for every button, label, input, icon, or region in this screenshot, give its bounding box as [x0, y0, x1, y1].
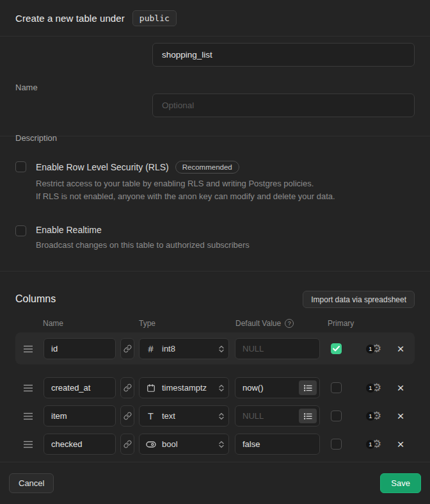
- dialog-title: Create a new table under: [15, 13, 125, 24]
- foreign-key-link-icon[interactable]: [120, 405, 134, 427]
- columns-heading: Columns: [15, 293, 56, 305]
- column-default-cell: [235, 377, 320, 398]
- suggestions-list-icon[interactable]: [299, 380, 317, 395]
- rls-label: Enable Row Level Security (RLS): [36, 162, 169, 172]
- settings-count-badge: 1: [366, 412, 375, 421]
- column-type-select[interactable]: T text: [139, 405, 229, 427]
- realtime-option: Enable Realtime Broadcast changes on thi…: [36, 225, 415, 252]
- column-type-label: bool: [162, 439, 223, 449]
- settings-count-badge: 1: [366, 384, 375, 393]
- columns-table-header: Name Type Default Value ? Primary: [0, 319, 430, 328]
- column-row: timestamptz 1 ⚙ ×: [15, 377, 415, 398]
- realtime-checkbox[interactable]: [15, 225, 26, 236]
- column-default-input[interactable]: [235, 338, 320, 359]
- drag-handle-icon[interactable]: [23, 384, 33, 393]
- header-default-value: Default Value ?: [235, 319, 294, 328]
- import-spreadsheet-button[interactable]: Import data via spreadsheet: [303, 291, 415, 308]
- primary-checkbox[interactable]: [331, 382, 342, 393]
- primary-checkbox[interactable]: [331, 439, 342, 450]
- primary-checkbox[interactable]: [331, 343, 342, 354]
- columns-section: Columns Import data via spreadsheet Name…: [0, 272, 430, 462]
- column-settings-button[interactable]: 1 ⚙: [366, 377, 381, 398]
- column-row: T text 1 ⚙ ×: [15, 405, 415, 427]
- foreign-key-link-icon[interactable]: [120, 434, 134, 455]
- column-type-label: text: [162, 411, 223, 421]
- table-name-input[interactable]: [152, 43, 415, 67]
- dialog-header: Create a new table under public: [0, 0, 430, 37]
- column-default-cell: [235, 338, 320, 359]
- column-type-label: int8: [162, 344, 223, 354]
- table-details-section: Name Description: [0, 37, 430, 136]
- remove-column-button[interactable]: ×: [393, 405, 408, 427]
- column-settings-button[interactable]: 1 ⚙: [366, 434, 381, 455]
- rls-description: Restrict access to your table by enablin…: [36, 177, 415, 203]
- drag-handle-icon[interactable]: [23, 440, 33, 449]
- cancel-button[interactable]: Cancel: [9, 473, 54, 493]
- column-type-select[interactable]: # int8: [139, 338, 229, 359]
- rls-option: Enable Row Level Security (RLS) Recommen…: [36, 161, 415, 203]
- column-default-cell: [235, 405, 320, 427]
- table-options-section: Enable Row Level Security (RLS) Recommen…: [0, 136, 430, 272]
- header-primary: Primary: [328, 319, 354, 328]
- table-description-input[interactable]: [152, 93, 415, 117]
- rls-description-line2: If RLS is not enabled, anyone with the a…: [36, 190, 415, 203]
- foreign-key-link-icon[interactable]: [120, 377, 134, 398]
- settings-count-badge: 1: [366, 440, 375, 449]
- chevron-up-down-icon: [218, 412, 225, 421]
- save-button[interactable]: Save: [380, 473, 421, 493]
- column-type-select[interactable]: timestamptz: [139, 377, 229, 398]
- header-type: Type: [139, 319, 155, 328]
- recommended-badge: Recommended: [175, 161, 239, 174]
- rls-checkbox[interactable]: [15, 161, 26, 172]
- suggestions-list-icon[interactable]: [299, 409, 317, 423]
- column-row: bool 1 ⚙ ×: [15, 434, 415, 455]
- dialog-footer: Cancel Save: [0, 462, 430, 503]
- primary-checkbox[interactable]: [331, 411, 342, 421]
- column-name-input[interactable]: [44, 434, 116, 455]
- column-type-select[interactable]: bool: [139, 434, 229, 455]
- column-settings-button[interactable]: 1 ⚙: [366, 338, 381, 359]
- schema-badge: public: [132, 10, 177, 26]
- settings-count-badge: 1: [366, 345, 375, 354]
- rls-description-line1: Restrict access to your table by enablin…: [36, 177, 415, 190]
- remove-column-button[interactable]: ×: [393, 434, 408, 455]
- remove-column-button[interactable]: ×: [393, 377, 408, 398]
- column-default-input[interactable]: [235, 434, 320, 455]
- column-name-input[interactable]: [44, 338, 116, 359]
- header-default-label: Default Value: [235, 319, 281, 328]
- calendar-icon: [145, 384, 156, 393]
- realtime-description: Broadcast changes on this table to autho…: [36, 239, 415, 252]
- column-settings-button[interactable]: 1 ⚙: [366, 405, 381, 427]
- column-type-label: timestamptz: [162, 383, 223, 393]
- chevron-up-down-icon: [218, 384, 225, 393]
- hash-icon: #: [145, 344, 156, 354]
- text-icon: T: [145, 411, 156, 421]
- realtime-label: Enable Realtime: [36, 225, 102, 235]
- create-table-dialog: Create a new table under public Name Des…: [0, 0, 430, 504]
- drag-handle-icon[interactable]: [23, 412, 33, 421]
- foreign-key-link-icon[interactable]: [120, 338, 134, 359]
- toggle-icon: [145, 441, 156, 448]
- remove-column-button[interactable]: ×: [393, 338, 408, 359]
- drag-handle-icon[interactable]: [23, 345, 33, 354]
- column-row: # int8 1 ⚙ ×: [15, 338, 415, 359]
- chevron-up-down-icon: [218, 440, 225, 449]
- column-name-input[interactable]: [44, 377, 116, 398]
- header-name: Name: [43, 319, 63, 328]
- help-icon[interactable]: ?: [285, 319, 294, 328]
- name-label: Name: [15, 83, 38, 92]
- chevron-up-down-icon: [218, 345, 225, 354]
- column-name-input[interactable]: [44, 405, 116, 427]
- column-default-cell: [235, 434, 320, 455]
